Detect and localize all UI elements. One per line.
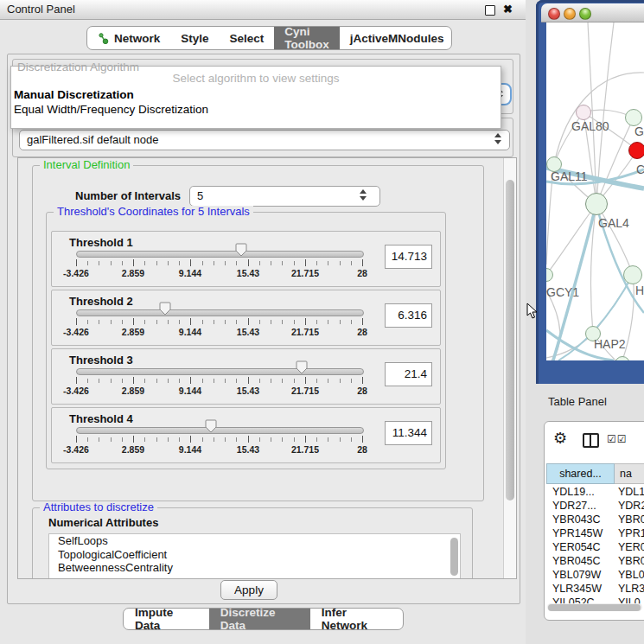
network-node-gal4[interactable] xyxy=(585,193,608,215)
bottom-tabbar: Impute Data Discretize Data Infer Networ… xyxy=(123,608,404,630)
cell: YBR0 xyxy=(615,554,644,568)
panel-scrollbar-thumb[interactable] xyxy=(506,180,514,501)
header-cell-shared[interactable]: shared... xyxy=(546,463,615,484)
table-panel-title: Table Panel xyxy=(548,395,607,408)
tab-style[interactable]: Style xyxy=(170,27,219,49)
threshold-2-slider-track[interactable] xyxy=(76,309,364,316)
table-horizontal-scrollbar[interactable] xyxy=(547,603,642,611)
number-of-intervals-combobox[interactable]: 5 xyxy=(189,186,380,207)
dropdown-option-manual[interactable]: Manual Discretization xyxy=(14,88,134,101)
threshold-1-value-field[interactable]: 14.713 xyxy=(385,245,432,269)
threshold-3-slider-track[interactable] xyxy=(76,368,364,375)
tab-select[interactable]: Select xyxy=(220,27,275,49)
table-row[interactable]: YBR043CYBR0 xyxy=(546,513,644,526)
zoom-traffic-light-icon[interactable] xyxy=(579,8,591,20)
close-icon[interactable]: ✖ xyxy=(503,3,513,16)
table-row[interactable]: YPR145WYPR1 xyxy=(546,526,644,540)
close-traffic-light-icon[interactable] xyxy=(548,8,560,20)
tick-label: 9.144 xyxy=(179,444,201,455)
threshold-4-label: Threshold 4 xyxy=(69,412,133,425)
network-window-titlebar xyxy=(541,3,644,22)
tick-label: 2.859 xyxy=(122,386,144,396)
tick-label: 21.715 xyxy=(291,444,319,455)
table-horizontal-scrollbar-thumb[interactable] xyxy=(548,604,641,611)
network-node-gal80[interactable] xyxy=(576,105,591,120)
cell: YPR1 xyxy=(615,526,644,540)
threshold-1-slider-handle[interactable] xyxy=(235,243,247,257)
tab-infer-network[interactable]: Infer Network xyxy=(310,609,403,629)
attributes-list-scrollbar[interactable] xyxy=(450,538,458,576)
network-edge xyxy=(596,204,633,275)
node-label-gcy1: GCY1 xyxy=(546,285,579,299)
node-label-gal4: GAL4 xyxy=(598,216,629,230)
network-node[interactable] xyxy=(625,109,642,126)
tab-cyni-toolbox[interactable]: Cyni Toolbox xyxy=(274,27,339,49)
threshold-3-value-field[interactable]: 21.4 xyxy=(385,362,432,386)
float-window-icon[interactable] xyxy=(485,5,495,16)
node-label-clipped: C xyxy=(636,163,644,176)
dropdown-option-equal-width[interactable]: Equal Width/Frequency Discretization xyxy=(14,103,208,116)
tab-impute-data[interactable]: Impute Data xyxy=(124,609,209,629)
table-row[interactable]: YDL19...YDL1 xyxy=(546,485,644,499)
table-row[interactable]: YER054CYER0 xyxy=(546,540,644,554)
list-item-betweennesscentrality[interactable]: BetweennessCentrality xyxy=(49,561,460,575)
panel-scrollbar-track[interactable] xyxy=(503,158,516,578)
gear-icon[interactable]: ⚙ xyxy=(553,429,567,448)
tick-label: 28 xyxy=(357,268,367,278)
threshold-1-label: Threshold 1 xyxy=(69,236,133,249)
tab-jactivemnodules[interactable]: jActiveMNodules xyxy=(340,27,452,49)
apply-button[interactable]: Apply xyxy=(220,580,277,600)
algorithm-dropdown-popup: Select algorithm to view settings Manual… xyxy=(10,66,501,129)
cell: YPR145W xyxy=(546,526,615,540)
table-data-combobox[interactable]: galFiltered.sif default node xyxy=(19,130,510,150)
screen: Control Panel ✖ Network Style Select Cyn… xyxy=(0,0,644,644)
tick-label: 21.715 xyxy=(291,268,319,278)
numerical-attributes-list: SelfLoops TopologicalCoefficient Between… xyxy=(48,533,461,579)
network-edges xyxy=(546,22,644,360)
table-row[interactable]: YBL079WYBL0 xyxy=(546,568,644,582)
threshold-2-value-field[interactable]: 6.316 xyxy=(385,303,432,328)
cell: YDR27... xyxy=(546,499,615,513)
threshold-2-slider-handle[interactable] xyxy=(159,302,171,316)
tick-label: -3.426 xyxy=(63,444,89,455)
tick-label: 15.43 xyxy=(237,444,259,455)
table-header-row: shared... na xyxy=(546,463,644,484)
dropdown-placeholder-item[interactable]: Select algorithm to view settings xyxy=(11,72,501,85)
node-label-gal80: GAL80 xyxy=(571,119,609,133)
tab-network[interactable]: Network xyxy=(87,27,170,49)
tab-network-label: Network xyxy=(114,32,160,45)
minimize-traffic-light-icon[interactable] xyxy=(564,8,576,20)
network-node-selected-red[interactable] xyxy=(628,142,644,159)
combo-arrows-icon xyxy=(494,133,502,144)
table-row[interactable]: YBR045CYBR0 xyxy=(546,554,644,568)
list-item-topologicalcoefficient[interactable]: TopologicalCoefficient xyxy=(49,548,460,562)
tick-label: -3.426 xyxy=(63,268,89,278)
threshold-4-slider-track[interactable] xyxy=(76,427,364,434)
slider-major-ticks xyxy=(76,259,364,266)
table-panel: ⚙ ☑☑ shared... na YDL19...YDL1 YDR27...Y… xyxy=(544,421,644,621)
threshold-3-slider-handle[interactable] xyxy=(296,360,308,374)
tab-style-label: Style xyxy=(181,32,208,45)
network-node[interactable] xyxy=(623,265,642,284)
control-panel-titlebar: Control Panel ✖ xyxy=(0,0,526,20)
header-cell-name[interactable]: na xyxy=(615,463,644,484)
checkbox-icons[interactable]: ☑☑ xyxy=(607,433,628,445)
threshold-4-slider-handle[interactable] xyxy=(205,419,217,433)
node-label-clipped: H xyxy=(635,284,644,297)
network-canvas[interactable]: GAL80 GA C GAL11 GAL4 GCY1 H HAP2 xyxy=(546,22,644,360)
network-edge xyxy=(596,22,614,204)
tick-label: 2.859 xyxy=(122,444,144,455)
table-row[interactable]: YDR27...YDR2 xyxy=(546,499,644,513)
cell: YLR345W xyxy=(546,582,615,596)
threshold-3-panel: Threshold 3 -3.426 2.859 9.144 15.43 21.… xyxy=(51,348,441,405)
tab-discretize-data[interactable]: Discretize Data xyxy=(209,609,310,629)
settings-scroll-panel: Interval Definition Number of Intervals … xyxy=(17,157,517,579)
table-row[interactable]: YLR345WYLR3 xyxy=(546,582,644,596)
threshold-1-slider-track[interactable] xyxy=(76,251,364,258)
cell: YER054C xyxy=(546,540,615,554)
list-item-selfloops[interactable]: SelfLoops xyxy=(49,534,460,548)
tick-label: 15.43 xyxy=(237,386,259,396)
threshold-4-value-field[interactable]: 11.344 xyxy=(385,421,432,445)
column-layout-icon[interactable] xyxy=(583,433,599,448)
tab-infer-label: Infer Network xyxy=(322,608,392,630)
